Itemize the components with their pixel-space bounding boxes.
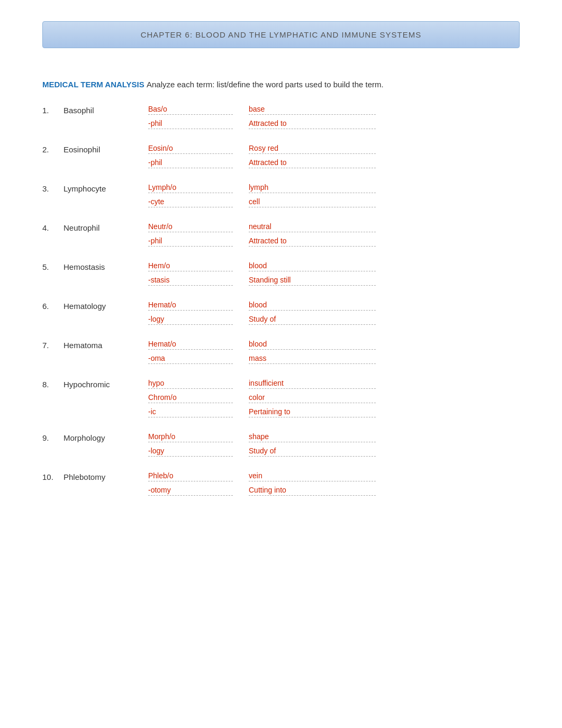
term-number: 1. <box>42 105 64 115</box>
term-list: 1.BasophilBas/obase-philAttracted to2.Eo… <box>42 105 520 496</box>
term-number: 3. <box>42 183 64 193</box>
term-item: 1.BasophilBas/obase-philAttracted to <box>42 105 520 129</box>
term-parts: Morph/oshape-logyStudy of <box>148 432 376 457</box>
part-row: Neutr/oneutral <box>148 222 376 232</box>
part-definition: insufficient <box>249 379 376 389</box>
part-word: -oma <box>148 354 233 364</box>
part-definition: color <box>249 393 376 403</box>
term-parts: hypoinsufficientChrom/ocolor-icPertainin… <box>148 379 376 417</box>
part-row: -logyStudy of <box>148 315 376 325</box>
part-word: Hem/o <box>148 261 233 271</box>
part-definition: base <box>249 105 376 115</box>
part-row: Hemat/oblood <box>148 301 376 311</box>
part-row: Lymph/olymph <box>148 183 376 193</box>
part-word: Neutr/o <box>148 222 233 232</box>
term-parts: Hemat/oblood-omamass <box>148 340 376 364</box>
part-word: -cyte <box>148 197 233 207</box>
part-word: -phil <box>148 236 233 247</box>
part-row: Phleb/ovein <box>148 471 376 481</box>
part-word: hypo <box>148 379 233 389</box>
term-name: Phlebotomy <box>64 471 148 481</box>
term-parts: Phleb/ovein-otomyCutting into <box>148 471 376 496</box>
term-parts: Hemat/oblood-logyStudy of <box>148 301 376 325</box>
part-row: hypoinsufficient <box>148 379 376 389</box>
part-definition: Attracted to <box>249 119 376 129</box>
part-row: Hemat/oblood <box>148 340 376 350</box>
term-number: 9. <box>42 432 64 442</box>
term-parts: Bas/obase-philAttracted to <box>148 105 376 129</box>
term-number: 6. <box>42 301 64 311</box>
term-item: 6.HematologyHemat/oblood-logyStudy of <box>42 301 520 325</box>
term-name: Morphology <box>64 432 148 442</box>
part-row: Morph/oshape <box>148 432 376 442</box>
part-word: Phleb/o <box>148 471 233 481</box>
part-row: Chrom/ocolor <box>148 393 376 403</box>
part-row: Hem/oblood <box>148 261 376 271</box>
part-definition: lymph <box>249 183 376 193</box>
part-row: -philAttracted to <box>148 236 376 247</box>
part-word: -stasis <box>148 276 233 286</box>
term-item: 2.EosinophilEosin/oRosy red-philAttracte… <box>42 144 520 168</box>
part-row: -icPertaining to <box>148 407 376 417</box>
part-row: -logyStudy of <box>148 447 376 457</box>
term-name: Hypochromic <box>64 379 148 389</box>
part-row: -omamass <box>148 354 376 364</box>
part-word: Lymph/o <box>148 183 233 193</box>
term-name: Hemostasis <box>64 261 148 271</box>
part-row: -philAttracted to <box>148 119 376 129</box>
term-number: 10. <box>42 471 64 481</box>
term-parts: Eosin/oRosy red-philAttracted to <box>148 144 376 168</box>
part-definition: Standing still <box>249 276 376 286</box>
part-definition: blood <box>249 301 376 311</box>
term-name: Hematoma <box>64 340 148 350</box>
term-item: 3.LymphocyteLymph/olymph-cytecell <box>42 183 520 207</box>
part-definition: Study of <box>249 315 376 325</box>
part-word: Eosin/o <box>148 144 233 154</box>
term-item: 4.NeutrophilNeutr/oneutral-philAttracted… <box>42 222 520 247</box>
term-item: 5.HemostasisHem/oblood-stasisStanding st… <box>42 261 520 286</box>
term-item: 8.HypochromichypoinsufficientChrom/ocolo… <box>42 379 520 417</box>
part-row: -philAttracted to <box>148 158 376 168</box>
part-word: -logy <box>148 447 233 457</box>
part-definition: mass <box>249 354 376 364</box>
term-number: 4. <box>42 222 64 232</box>
term-parts: Neutr/oneutral-philAttracted to <box>148 222 376 247</box>
part-definition: Study of <box>249 447 376 457</box>
part-word: -logy <box>148 315 233 325</box>
part-word: Chrom/o <box>148 393 233 403</box>
header-title: CHAPTER 6: BLOOD AND THE LYMPHATIC AND I… <box>141 30 422 39</box>
term-parts: Lymph/olymph-cytecell <box>148 183 376 207</box>
part-definition: blood <box>249 261 376 271</box>
term-item: 10.PhlebotomyPhleb/ovein-otomyCutting in… <box>42 471 520 496</box>
part-row: -stasisStanding still <box>148 276 376 286</box>
part-word: Morph/o <box>148 432 233 442</box>
section-instruction: Analyze each term: list/define the word … <box>147 80 384 89</box>
part-definition: vein <box>249 471 376 481</box>
part-word: -phil <box>148 158 233 168</box>
part-word: Hemat/o <box>148 340 233 350</box>
term-number: 8. <box>42 379 64 389</box>
term-item: 9.MorphologyMorph/oshape-logyStudy of <box>42 432 520 457</box>
part-word: -otomy <box>148 486 233 496</box>
part-definition: Rosy red <box>249 144 376 154</box>
term-name: Lymphocyte <box>64 183 148 193</box>
header-box: CHAPTER 6: BLOOD AND THE LYMPHATIC AND I… <box>42 21 520 48</box>
part-definition: Attracted to <box>249 236 376 247</box>
term-name: Basophil <box>64 105 148 115</box>
part-definition: blood <box>249 340 376 350</box>
term-name: Neutrophil <box>64 222 148 232</box>
part-word: Bas/o <box>148 105 233 115</box>
part-definition: neutral <box>249 222 376 232</box>
section-label: MEDICAL TERM ANALYSIS Analyze each term:… <box>42 80 520 89</box>
part-word: -ic <box>148 407 233 417</box>
term-name: Eosinophil <box>64 144 148 154</box>
section-label-text: MEDICAL TERM ANALYSIS <box>42 80 144 89</box>
term-number: 7. <box>42 340 64 350</box>
part-word: -phil <box>148 119 233 129</box>
part-definition: shape <box>249 432 376 442</box>
part-definition: Pertaining to <box>249 407 376 417</box>
part-row: Eosin/oRosy red <box>148 144 376 154</box>
part-definition: Cutting into <box>249 486 376 496</box>
term-name: Hematology <box>64 301 148 311</box>
part-row: Bas/obase <box>148 105 376 115</box>
